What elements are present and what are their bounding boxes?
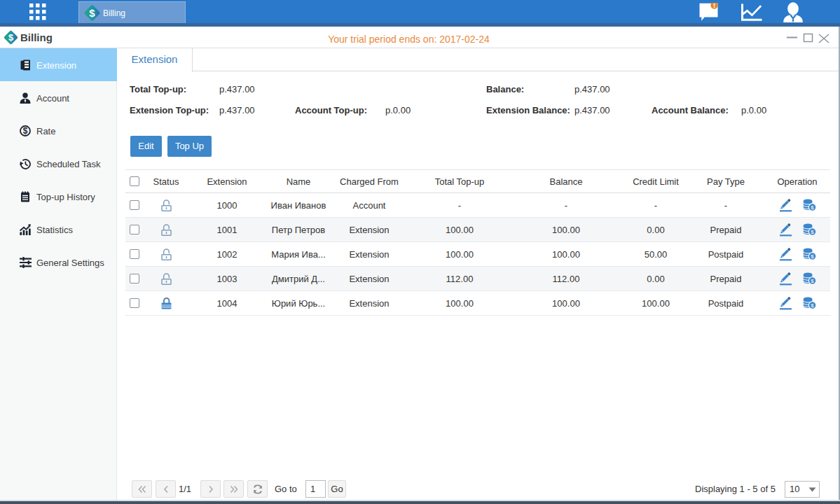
svg-text:$: $ xyxy=(23,126,28,136)
